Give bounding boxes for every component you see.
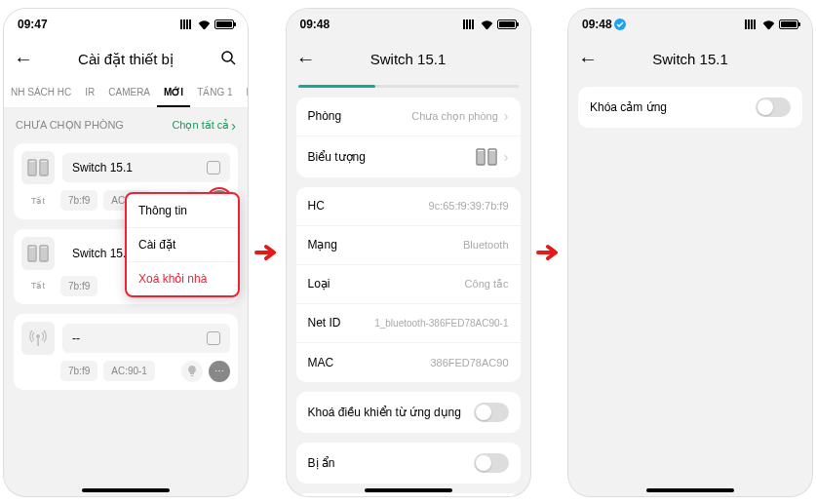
status-bar: 09:47 [4, 9, 248, 40]
header: ← Switch 15.1 [287, 40, 530, 79]
screen-1: 09:47 ← Cài đặt thiết bị NH SÁCH HC IR C… [4, 9, 248, 496]
mac-chip[interactable]: 7b:f9 [60, 361, 97, 381]
battery-icon [779, 19, 798, 29]
flow-arrow-icon [253, 244, 281, 261]
toggle-hidden[interactable] [474, 453, 509, 473]
status-time: 09:48 [582, 18, 626, 31]
addr-chip[interactable]: AC:90-1 [103, 361, 155, 381]
toggle-lock-app[interactable] [474, 403, 509, 422]
status-indicators [463, 19, 517, 29]
page-title: Cài đặt thiết bị [78, 51, 174, 68]
settings-content: Phòng Chưa chọn phòng› Biểu tượng › HC9c… [287, 97, 530, 496]
home-indicator[interactable] [82, 488, 170, 492]
bulb-icon[interactable] [181, 361, 203, 382]
context-menu: Thông tin Cài đặt Xoá khỏi nhà [125, 192, 240, 297]
mac-chip[interactable]: 7b:f9 [60, 190, 97, 211]
battery-icon [214, 19, 234, 29]
device-checkbox[interactable] [207, 161, 220, 174]
tab-hidden[interactable]: BỊ ẨN [240, 79, 248, 107]
flow-arrow-icon [535, 244, 563, 261]
row-type: LoạiCông tắc [296, 265, 521, 304]
home-indicator[interactable] [646, 488, 734, 492]
back-arrow-icon[interactable]: ← [578, 48, 598, 70]
svg-point-0 [222, 52, 232, 61]
tab-camera[interactable]: CAMERA [101, 79, 157, 107]
group-hidden: Bị ẩn [296, 443, 521, 484]
row-mac: MAC386FED78AC90 [296, 343, 521, 382]
status-bar: 09:48 [287, 9, 530, 40]
antenna-icon [21, 322, 55, 355]
tab-hc-list[interactable]: NH SÁCH HC [4, 79, 78, 107]
progress-bar [298, 85, 519, 88]
section-label: CHƯA CHỌN PHÒNG [16, 119, 124, 132]
row-hidden: Bị ẩn [296, 443, 521, 484]
device-card: -- 7b:f9 AC:90-1 ⋯ [14, 314, 238, 390]
screen-3: 09:48 ← Switch 15.1 Khóa cảm ứng [568, 9, 812, 496]
tabs: NH SÁCH HC IR CAMERA MỚI TẦNG 1 BỊ ẨN [4, 79, 248, 108]
device-checkbox[interactable] [207, 331, 220, 345]
toggle-touch-lock[interactable] [756, 97, 791, 117]
select-all-link[interactable]: Chọn tất cả › [172, 118, 236, 134]
status-indicators [745, 19, 798, 29]
wifi-icon [762, 19, 775, 29]
status-time: 09:47 [18, 18, 48, 31]
row-hc: HC9c:65:f9:39:7b:f9 [296, 187, 521, 226]
device-list: Switch 15.1 Tất 7b:f9 AC90-1 ⋯ Thông tin… [4, 143, 248, 496]
device-name-field[interactable]: -- [62, 324, 230, 353]
header: ← Cài đặt thiết bị [4, 40, 248, 79]
gate-icon [475, 147, 498, 167]
status-bar: 09:48 [568, 9, 812, 40]
tab-floor1[interactable]: TẦNG 1 [190, 79, 239, 107]
search-icon[interactable] [220, 50, 236, 68]
page-title: Switch 15.1 [370, 51, 447, 67]
settings-content: Khóa cảm ứng [568, 79, 812, 496]
verified-badge-icon [614, 19, 626, 30]
home-indicator[interactable] [365, 488, 452, 492]
signal-icon [745, 19, 758, 29]
menu-item-settings[interactable]: Cài đặt [127, 228, 238, 262]
svg-point-18 [36, 334, 40, 338]
svg-line-1 [231, 60, 235, 64]
gate-icon [21, 237, 55, 270]
gate-icon [21, 151, 55, 184]
row-icon[interactable]: Biểu tượng › [296, 136, 521, 177]
device-name-field[interactable]: Switch 15.1 [62, 153, 230, 182]
tab-new[interactable]: MỚI [157, 79, 190, 107]
back-arrow-icon[interactable]: ← [14, 48, 33, 70]
device-caption: Tất [21, 281, 55, 291]
header: ← Switch 15.1 [568, 40, 812, 79]
group-basic: Phòng Chưa chọn phòng› Biểu tượng › [296, 97, 521, 177]
row-netid: Net ID1_bluetooth-386FED78AC90-1 [296, 304, 521, 343]
row-room[interactable]: Phòng Chưa chọn phòng› [296, 97, 521, 136]
row-camera[interactable]: Camera xem trướcKhông› [296, 493, 521, 496]
status-indicators [180, 19, 234, 29]
menu-item-info[interactable]: Thông tin [127, 194, 238, 228]
menu-item-remove[interactable]: Xoá khỏi nhà [127, 262, 238, 295]
signal-icon [180, 19, 194, 29]
row-touch-lock: Khóa cảm ứng [578, 87, 802, 128]
chevron-right-icon: › [504, 108, 509, 124]
battery-icon [497, 19, 517, 29]
wifi-icon [481, 19, 493, 29]
screen-2: 09:48 ← Switch 15.1 Phòng Chưa chọn phòn… [287, 9, 530, 496]
mac-chip[interactable]: 7b:f9 [60, 276, 97, 296]
group-touch-lock: Khóa cảm ứng [578, 87, 802, 128]
device-card: Switch 15.1 Tất 7b:f9 AC90-1 ⋯ Thông tin… [14, 143, 238, 219]
chevron-right-icon: › [504, 149, 509, 165]
signal-icon [463, 19, 477, 29]
more-icon[interactable]: ⋯ [209, 361, 230, 382]
row-network: MạngBluetooth [296, 226, 521, 265]
row-lock-app: Khoá điều khiển từ ứng dụng [296, 392, 521, 433]
section-header: CHƯA CHỌN PHÒNG Chọn tất cả › [4, 108, 248, 143]
group-camera: Camera xem trướcKhông› [296, 493, 521, 496]
wifi-icon [198, 19, 211, 29]
status-time: 09:48 [300, 18, 330, 31]
group-lock: Khoá điều khiển từ ứng dụng [296, 392, 521, 433]
group-info: HC9c:65:f9:39:7b:f9 MạngBluetooth LoạiCô… [296, 187, 521, 382]
page-title: Switch 15.1 [652, 51, 728, 67]
back-arrow-icon[interactable]: ← [296, 48, 316, 70]
device-caption: Tất [21, 196, 55, 206]
tab-ir[interactable]: IR [78, 79, 101, 107]
